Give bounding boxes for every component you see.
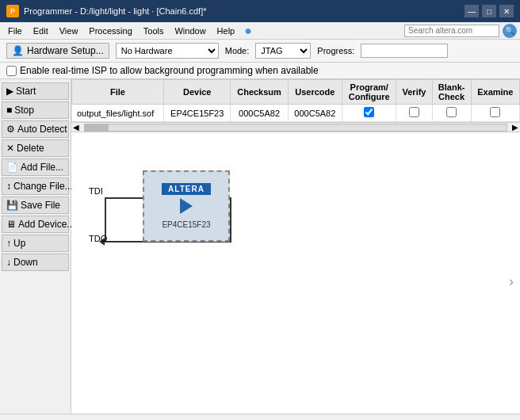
vline-right [230,197,231,242]
window-title: Programmer - D:/light/light - light · [C… [24,6,206,16]
up-label: Up [13,238,25,249]
col-checksum: Checksum [231,80,288,105]
col-device: Device [163,80,230,105]
down-icon: ↓ [6,257,11,268]
progress-bar [361,44,448,58]
change-file-label: Change File... [13,181,73,192]
hw-setup-label: Hardware Setup... [27,45,104,56]
delete-label: Delete [17,143,44,154]
search-area: 🔍 [404,24,517,38]
stop-label: Stop [14,105,34,116]
delete-icon: ✕ [6,143,14,154]
mode-label: Mode: [225,46,250,55]
cell-program[interactable] [342,105,396,122]
start-label: Start [16,86,36,97]
cell-device: EP4CE15F23 [163,105,230,122]
tdo-label: TDO [89,234,107,243]
app-icon: P [6,5,19,17]
add-file-icon: 📄 [6,162,18,173]
cell-usercode: 000C5A82 [288,105,342,122]
add-file-label: Add File... [21,162,63,173]
title-bar: P Programmer - D:/light/light - light · … [0,0,520,22]
title-bar-left: P Programmer - D:/light/light - light · … [6,5,206,17]
add-device-icon: 🖥 [6,219,16,230]
add-file-button[interactable]: 📄 Add File... [2,158,69,176]
device-chip-name: EP4CE15F23 [162,220,210,229]
menu-window[interactable]: Window [170,25,210,37]
menu-help[interactable]: Help [212,25,240,37]
blank-check-checkbox[interactable] [446,107,457,117]
save-file-icon: 💾 [6,200,18,211]
mode-dropdown[interactable]: JTAG [255,43,311,59]
col-program: Program/Configure [342,80,396,105]
search-icon: 🔍 [505,26,514,35]
scroll-right-arrow[interactable]: ▶ [510,123,520,132]
col-file: File [72,80,164,105]
menu-edit[interactable]: Edit [29,25,53,37]
scroll-thumb[interactable] [85,124,109,131]
up-icon: ↑ [6,238,11,249]
change-file-button[interactable]: ↕ Change File... [2,178,69,195]
program-checkbox[interactable] [364,107,374,117]
main-content: ▶ Start ■ Stop ⚙ Auto Detect ✕ Delete 📄 … [0,79,520,414]
down-button[interactable]: ↓ Down [2,254,69,271]
add-device-label: Add Device... [18,219,75,230]
col-examine: Examine [471,80,519,105]
examine-checkbox[interactable] [490,107,500,117]
verify-checkbox[interactable] [409,107,419,117]
delete-button[interactable]: ✕ Delete [2,139,69,157]
toolbar: 👤 Hardware Setup... No Hardware Mode: JT… [0,40,520,63]
hardware-dropdown[interactable]: No Hardware [116,43,219,59]
cell-blank-check[interactable] [432,105,471,122]
save-file-button[interactable]: 💾 Save File [2,197,69,214]
cell-verify[interactable] [396,105,432,122]
menu-view[interactable]: View [55,25,83,37]
col-verify: Verify [396,80,432,105]
file-table: File Device Checksum Usercode Program/Co… [71,79,520,122]
cell-examine[interactable] [471,105,519,122]
menu-processing[interactable]: Processing [84,25,136,37]
menu-file[interactable]: File [3,25,27,37]
scroll-track[interactable] [84,124,507,132]
minimize-button[interactable]: — [465,5,479,17]
file-table-container: File Device Checksum Usercode Program/Co… [71,79,520,132]
cell-checksum: 000C5A82 [231,105,288,122]
stop-button[interactable]: ■ Stop [2,101,69,119]
window-controls[interactable]: — □ ✕ [465,5,514,17]
progress-label: Progress: [317,46,354,55]
isp-row: Enable real-time ISP to allow background… [0,63,520,79]
sidebar: ▶ Start ■ Stop ⚙ Auto Detect ✕ Delete 📄 … [0,79,71,414]
isp-checkbox[interactable] [6,66,17,76]
right-panel: File Device Checksum Usercode Program/Co… [71,79,520,414]
search-button[interactable]: 🔍 [503,24,517,38]
isp-label: Enable real-time ISP to allow background… [20,65,319,76]
device-play-icon [180,198,193,214]
close-button[interactable]: ✕ [499,5,514,17]
down-label: Down [13,257,38,268]
dot-icon: ● [244,24,252,38]
auto-detect-icon: ⚙ [6,124,15,135]
scroll-left-arrow[interactable]: ◀ [71,123,81,132]
stop-icon: ■ [6,105,12,116]
maximize-button[interactable]: □ [482,5,496,17]
menu-tools[interactable]: Tools [139,25,169,37]
menu-bar: File Edit View Processing Tools Window H… [0,22,520,40]
up-button[interactable]: ↑ Up [2,235,69,252]
change-file-icon: ↕ [6,181,11,192]
hardware-setup-button[interactable]: 👤 Hardware Setup... [6,43,109,59]
right-edge-indicator: › [509,273,514,290]
menu-items: File Edit View Processing Tools Window H… [3,24,252,38]
table-scrollbar[interactable]: ◀ ▶ [71,122,520,132]
auto-detect-button[interactable]: ⚙ Auto Detect [2,120,69,138]
search-input[interactable] [404,25,499,37]
tdi-label: TDI [89,186,103,196]
table-row: output_files/light.sof EP4CE15F23 000C5A… [72,105,520,122]
start-button[interactable]: ▶ Start [2,82,69,100]
cell-file: output_files/light.sof [72,105,164,122]
hw-person-icon: 👤 [12,45,24,56]
tdo-arrow [105,241,143,242]
col-usercode: Usercode [288,80,342,105]
add-device-button[interactable]: 🖥 Add Device... [2,216,69,233]
tdi-arrow [105,197,143,199]
save-file-label: Save File [21,200,60,211]
